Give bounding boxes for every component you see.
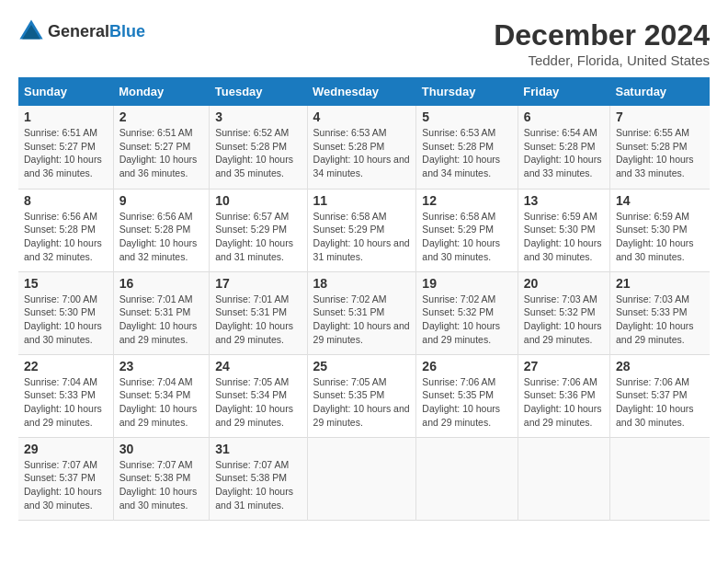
main-title: December 2024 — [494, 18, 710, 52]
day-info: Sunrise: 6:56 AM Sunset: 5:28 PM Dayligh… — [24, 210, 108, 264]
day-info: Sunrise: 6:51 AM Sunset: 5:27 PM Dayligh… — [119, 126, 204, 180]
logo-icon — [18, 18, 44, 44]
day-header-thursday: Thursday — [416, 77, 518, 106]
day-number: 30 — [119, 442, 204, 456]
day-info: Sunrise: 6:54 AM Sunset: 5:28 PM Dayligh… — [524, 126, 604, 180]
day-cell: 10Sunrise: 6:57 AM Sunset: 5:29 PM Dayli… — [210, 189, 307, 271]
day-header-row: SundayMondayTuesdayWednesdayThursdayFrid… — [18, 77, 710, 106]
week-row-2: 8Sunrise: 6:56 AM Sunset: 5:28 PM Daylig… — [18, 189, 710, 271]
day-number: 8 — [24, 193, 108, 208]
day-info: Sunrise: 7:05 AM Sunset: 5:34 PM Dayligh… — [215, 375, 301, 430]
day-number: 29 — [24, 442, 108, 456]
day-cell: 23Sunrise: 7:04 AM Sunset: 5:34 PM Dayli… — [113, 354, 210, 437]
day-info: Sunrise: 6:53 AM Sunset: 5:28 PM Dayligh… — [313, 126, 411, 180]
day-cell: 22Sunrise: 7:04 AM Sunset: 5:33 PM Dayli… — [18, 354, 113, 437]
day-cell — [609, 437, 710, 520]
day-header-saturday: Saturday — [609, 77, 710, 106]
day-number: 18 — [313, 276, 411, 291]
day-number: 3 — [215, 109, 301, 124]
day-number: 21 — [616, 276, 704, 291]
day-cell: 26Sunrise: 7:06 AM Sunset: 5:35 PM Dayli… — [416, 354, 518, 437]
day-cell — [307, 437, 416, 520]
day-info: Sunrise: 6:51 AM Sunset: 5:27 PM Dayligh… — [24, 126, 108, 180]
day-header-monday: Monday — [113, 77, 210, 106]
day-info: Sunrise: 7:07 AM Sunset: 5:38 PM Dayligh… — [119, 458, 204, 512]
day-info: Sunrise: 6:52 AM Sunset: 5:28 PM Dayligh… — [215, 126, 301, 180]
day-cell: 6Sunrise: 6:54 AM Sunset: 5:28 PM Daylig… — [518, 106, 609, 189]
day-cell: 18Sunrise: 7:02 AM Sunset: 5:31 PM Dayli… — [307, 271, 416, 354]
day-cell: 9Sunrise: 6:56 AM Sunset: 5:28 PM Daylig… — [113, 189, 210, 271]
day-number: 24 — [215, 359, 301, 373]
day-cell: 4Sunrise: 6:53 AM Sunset: 5:28 PM Daylig… — [307, 106, 416, 189]
week-row-4: 22Sunrise: 7:04 AM Sunset: 5:33 PM Dayli… — [18, 354, 710, 437]
day-number: 1 — [24, 109, 108, 124]
week-row-1: 1Sunrise: 6:51 AM Sunset: 5:27 PM Daylig… — [18, 106, 710, 189]
day-cell: 16Sunrise: 7:01 AM Sunset: 5:31 PM Dayli… — [113, 271, 210, 354]
logo: GeneralBlue — [18, 18, 145, 44]
day-info: Sunrise: 7:06 AM Sunset: 5:35 PM Dayligh… — [422, 375, 511, 430]
day-number: 2 — [119, 109, 204, 124]
day-number: 28 — [616, 359, 704, 373]
day-info: Sunrise: 6:59 AM Sunset: 5:30 PM Dayligh… — [524, 210, 604, 264]
day-cell: 8Sunrise: 6:56 AM Sunset: 5:28 PM Daylig… — [18, 189, 113, 271]
day-info: Sunrise: 7:07 AM Sunset: 5:38 PM Dayligh… — [215, 458, 301, 512]
day-cell — [518, 437, 609, 520]
week-row-3: 15Sunrise: 7:00 AM Sunset: 5:30 PM Dayli… — [18, 271, 710, 354]
day-info: Sunrise: 7:05 AM Sunset: 5:35 PM Dayligh… — [313, 375, 411, 430]
day-cell: 30Sunrise: 7:07 AM Sunset: 5:38 PM Dayli… — [113, 437, 210, 520]
day-header-friday: Friday — [518, 77, 609, 106]
day-number: 12 — [422, 193, 511, 208]
day-info: Sunrise: 7:02 AM Sunset: 5:31 PM Dayligh… — [313, 293, 411, 347]
day-number: 23 — [119, 359, 204, 373]
day-info: Sunrise: 7:01 AM Sunset: 5:31 PM Dayligh… — [215, 293, 301, 347]
day-cell: 1Sunrise: 6:51 AM Sunset: 5:27 PM Daylig… — [18, 106, 113, 189]
day-cell: 13Sunrise: 6:59 AM Sunset: 5:30 PM Dayli… — [518, 189, 609, 271]
day-cell: 2Sunrise: 6:51 AM Sunset: 5:27 PM Daylig… — [113, 106, 210, 189]
day-cell: 14Sunrise: 6:59 AM Sunset: 5:30 PM Dayli… — [609, 189, 710, 271]
day-cell: 19Sunrise: 7:02 AM Sunset: 5:32 PM Dayli… — [416, 271, 518, 354]
day-number: 4 — [313, 109, 411, 124]
day-number: 19 — [422, 276, 511, 291]
calendar-table: SundayMondayTuesdayWednesdayThursdayFrid… — [18, 77, 710, 521]
day-number: 31 — [215, 442, 301, 456]
day-info: Sunrise: 7:02 AM Sunset: 5:32 PM Dayligh… — [422, 293, 511, 347]
day-info: Sunrise: 7:03 AM Sunset: 5:33 PM Dayligh… — [616, 293, 704, 347]
day-cell: 3Sunrise: 6:52 AM Sunset: 5:28 PM Daylig… — [210, 106, 307, 189]
day-number: 14 — [616, 193, 704, 208]
day-cell: 12Sunrise: 6:58 AM Sunset: 5:29 PM Dayli… — [416, 189, 518, 271]
title-area: December 2024 Tedder, Florida, United St… — [494, 18, 710, 68]
day-number: 26 — [422, 359, 511, 373]
day-cell: 17Sunrise: 7:01 AM Sunset: 5:31 PM Dayli… — [210, 271, 307, 354]
day-number: 11 — [313, 193, 411, 208]
day-info: Sunrise: 6:59 AM Sunset: 5:30 PM Dayligh… — [616, 210, 704, 264]
day-number: 13 — [524, 193, 604, 208]
day-info: Sunrise: 6:55 AM Sunset: 5:28 PM Dayligh… — [616, 126, 704, 180]
day-cell: 28Sunrise: 7:06 AM Sunset: 5:37 PM Dayli… — [609, 354, 710, 437]
day-number: 20 — [524, 276, 604, 291]
day-number: 25 — [313, 359, 411, 373]
header: GeneralBlue December 2024 Tedder, Florid… — [18, 18, 710, 68]
day-info: Sunrise: 6:58 AM Sunset: 5:29 PM Dayligh… — [313, 210, 411, 264]
day-number: 16 — [119, 276, 204, 291]
day-number: 22 — [24, 359, 108, 373]
day-number: 6 — [524, 109, 604, 124]
day-info: Sunrise: 6:53 AM Sunset: 5:28 PM Dayligh… — [422, 126, 511, 180]
day-cell: 21Sunrise: 7:03 AM Sunset: 5:33 PM Dayli… — [609, 271, 710, 354]
day-info: Sunrise: 6:57 AM Sunset: 5:29 PM Dayligh… — [215, 210, 301, 264]
day-info: Sunrise: 7:04 AM Sunset: 5:33 PM Dayligh… — [24, 375, 108, 430]
logo-general: General — [48, 22, 109, 40]
day-cell: 15Sunrise: 7:00 AM Sunset: 5:30 PM Dayli… — [18, 271, 113, 354]
sub-title: Tedder, Florida, United States — [494, 52, 710, 68]
day-number: 5 — [422, 109, 511, 124]
day-header-wednesday: Wednesday — [307, 77, 416, 106]
day-cell: 29Sunrise: 7:07 AM Sunset: 5:37 PM Dayli… — [18, 437, 113, 520]
day-number: 17 — [215, 276, 301, 291]
day-cell: 11Sunrise: 6:58 AM Sunset: 5:29 PM Dayli… — [307, 189, 416, 271]
day-cell: 31Sunrise: 7:07 AM Sunset: 5:38 PM Dayli… — [210, 437, 307, 520]
day-info: Sunrise: 6:56 AM Sunset: 5:28 PM Dayligh… — [119, 210, 204, 264]
day-info: Sunrise: 7:00 AM Sunset: 5:30 PM Dayligh… — [24, 293, 108, 347]
day-number: 7 — [616, 109, 704, 124]
day-info: Sunrise: 7:04 AM Sunset: 5:34 PM Dayligh… — [119, 375, 204, 430]
day-info: Sunrise: 7:01 AM Sunset: 5:31 PM Dayligh… — [119, 293, 204, 347]
day-header-tuesday: Tuesday — [210, 77, 307, 106]
